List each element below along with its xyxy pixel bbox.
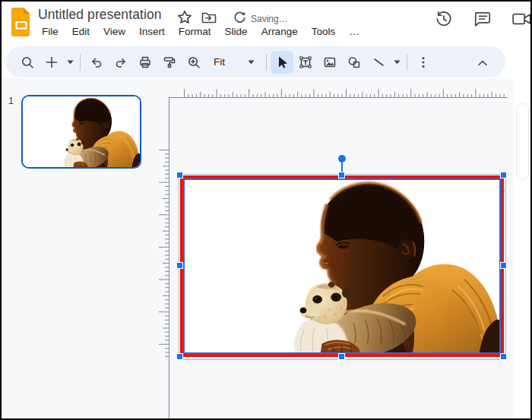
line-tool-caret[interactable] (391, 51, 403, 74)
resize-handle-middle-left[interactable] (176, 262, 183, 269)
line-tool-button[interactable] (366, 51, 391, 74)
shape-icon (347, 55, 361, 69)
resize-handle-bottom-right[interactable] (500, 353, 507, 360)
scrollbar-track (514, 77, 530, 418)
zoom-fit-select[interactable]: Fit (206, 56, 262, 68)
resize-handle-top-right[interactable] (500, 172, 507, 178)
zoom-fit-label: Fit (214, 56, 225, 68)
comments-button[interactable] (473, 9, 492, 29)
slide-number: 1 (8, 96, 14, 106)
menu-item-edit[interactable]: Edit (65, 24, 97, 39)
scrollbar-thumb[interactable] (516, 103, 529, 180)
menu-item-insert[interactable]: Insert (132, 24, 172, 39)
redo-icon (114, 55, 128, 69)
textbox-tool-button[interactable] (293, 51, 318, 74)
print-icon (138, 55, 152, 69)
toolbar-divider (80, 54, 81, 71)
toolbar-pill: Fit (6, 46, 505, 77)
toolbar-divider (407, 54, 407, 71)
menu-item-arrange[interactable]: Arrange (255, 24, 305, 39)
document-title[interactable]: Untitled presentation (38, 7, 162, 23)
new-slide-caret[interactable] (64, 51, 76, 74)
resize-handle-top-middle[interactable] (338, 172, 345, 178)
search-menus-button[interactable] (15, 51, 40, 74)
collapse-toolbar-button[interactable] (472, 52, 493, 73)
menubar: File Edit View Insert Format Slide Arran… (35, 24, 366, 39)
new-slide-button[interactable] (40, 51, 64, 74)
app-header: Untitled presentation Saving… File Edit … (2, 2, 530, 43)
cursor-icon (275, 55, 289, 69)
zoom-in-icon (187, 55, 201, 69)
version-history-button[interactable] (434, 9, 454, 29)
print-button[interactable] (133, 51, 157, 74)
camera-icon (511, 9, 530, 29)
meet-camera-button[interactable] (511, 9, 530, 29)
history-icon (434, 9, 454, 29)
kebab-menu-icon (416, 55, 430, 69)
app-window: Untitled presentation Saving… File Edit … (2, 2, 530, 418)
image-icon (323, 55, 337, 69)
menu-item-tools[interactable]: Tools (305, 24, 343, 39)
menu-item-view[interactable]: View (97, 24, 132, 39)
redo-button[interactable] (109, 51, 133, 74)
slide-thumbnail[interactable] (21, 95, 141, 169)
chevron-down-icon (67, 60, 74, 65)
resize-handle-bottom-left[interactable] (176, 353, 183, 360)
thumbnail-photo (23, 96, 140, 167)
toolbar-divider (266, 54, 267, 71)
undo-icon (90, 55, 103, 69)
undo-button[interactable] (84, 51, 109, 74)
image-tool-button[interactable] (318, 51, 342, 74)
rotation-handle[interactable] (338, 155, 346, 163)
resize-handle-middle-right[interactable] (500, 262, 507, 269)
paint-format-button[interactable] (157, 51, 182, 74)
menu-item-file[interactable]: File (35, 24, 65, 39)
menu-item-slide[interactable]: Slide (218, 24, 255, 39)
more-tools-button[interactable] (411, 51, 435, 74)
line-icon (372, 55, 385, 69)
saving-status: Saving… (251, 14, 288, 24)
plus-icon (45, 55, 59, 69)
chevron-down-icon (248, 60, 255, 65)
toolbar: Fit (2, 43, 530, 78)
select-tool-button[interactable] (271, 51, 293, 74)
resize-handle-top-left[interactable] (176, 172, 183, 178)
search-icon (21, 55, 34, 69)
menu-item-format[interactable]: Format (172, 24, 218, 39)
screenshot-frame: Untitled presentation Saving… File Edit … (0, 0, 532, 420)
menu-item-overflow[interactable]: … (342, 24, 366, 39)
slides-logo-icon[interactable] (10, 7, 33, 37)
chevron-up-icon (477, 59, 488, 66)
slide-photo (183, 178, 501, 354)
chevron-down-icon (394, 60, 401, 65)
shape-tool-button[interactable] (342, 51, 366, 74)
comment-icon (473, 9, 492, 29)
zoom-button[interactable] (182, 51, 206, 74)
selected-image[interactable] (180, 175, 504, 357)
resize-handle-bottom-middle[interactable] (338, 353, 345, 360)
textbox-icon (299, 55, 312, 69)
paint-roller-icon (163, 55, 176, 69)
